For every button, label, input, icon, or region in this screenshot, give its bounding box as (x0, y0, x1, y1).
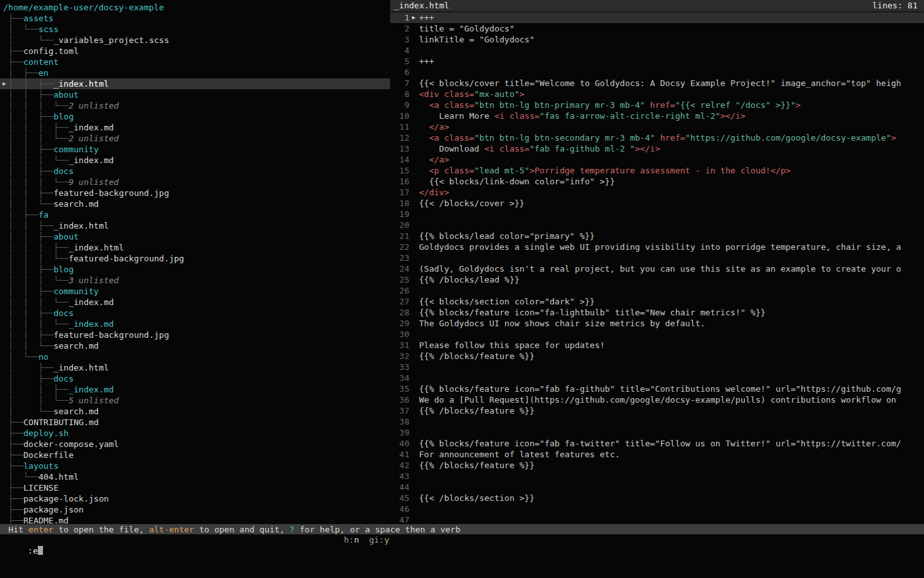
line-marker (409, 241, 419, 252)
line-marker (409, 504, 419, 514)
code-line: 47 (390, 514, 924, 524)
tree-row[interactable]: │ │ │ └──9 unlisted (0, 177, 390, 188)
tree-row[interactable]: │ │ ├──_index.md (0, 384, 390, 395)
file-name: search.md (53, 341, 98, 351)
code-line: 32{{% /blocks/feature %}} (390, 351, 924, 362)
tree-row[interactable]: │ └──_variables_project.scss (0, 35, 390, 46)
tree-row[interactable]: │ │ ├──docs (0, 166, 390, 177)
tree-row[interactable]: ├──package-lock.json (0, 493, 390, 504)
tree-row[interactable]: ├──layouts (0, 460, 390, 471)
tree-row[interactable]: │ │ │ ├──_index.html (0, 242, 390, 253)
tree-row[interactable]: │ └──404.html (0, 471, 390, 482)
code-text: title = "Goldydocs" (419, 23, 924, 34)
code-text (419, 482, 924, 493)
code-text: <div class="mx-auto"> (419, 89, 924, 100)
file-name: featured-background.jpg (69, 254, 184, 263)
tree-row[interactable]: ├──README.md (0, 515, 390, 524)
line-number: 6 (390, 67, 409, 78)
tree-row[interactable]: ├──deploy.sh (0, 428, 390, 439)
tree-row[interactable]: │ │ ├──featured-background.jpg (0, 329, 390, 340)
line-number: 32 (390, 351, 409, 362)
code-line: 15 <p class="lead mt-5">Porridge tempera… (390, 165, 924, 176)
tree-row[interactable]: │ │ │ └──_index.md (0, 297, 390, 308)
tree-row[interactable]: │ │ ├──about (0, 89, 390, 100)
line-number: 20 (390, 220, 409, 231)
line-marker (409, 482, 419, 493)
tree-row[interactable]: │ └──no (0, 351, 390, 362)
tree-row[interactable]: │ │ ├──docs (0, 308, 390, 319)
line-number: 13 (390, 143, 409, 154)
line-marker (409, 307, 419, 318)
dir-name: en (38, 68, 49, 78)
tree-row[interactable]: │ │ ├──blog (0, 111, 390, 122)
line-number: 19 (390, 209, 409, 220)
code-text: {{< /blocks/section >}} (419, 493, 924, 504)
line-marker (409, 110, 419, 121)
tree-branch-lines: │ │ │ └── (8, 276, 69, 285)
tree-branch-lines: │ └── (8, 35, 53, 45)
line-number: 29 (390, 318, 409, 329)
tree-row[interactable]: │ │ │ └──featured-background.jpg (0, 253, 390, 264)
tree-branch-lines: │ └── (8, 24, 38, 34)
tree-branch-lines: │ │ │ └── (8, 319, 69, 329)
tree-branch-lines: │ │ │ ├── (8, 123, 69, 132)
tree-row[interactable]: │ │ │ ├──_index.md (0, 122, 390, 133)
tree-row[interactable]: ▶│ │ ├──_index.html (0, 78, 390, 89)
tree-row[interactable]: ├──CONTRIBUTING.md (0, 417, 390, 428)
file-name: search.md (53, 199, 98, 209)
tree-row[interactable]: ├──LICENSE (0, 482, 390, 493)
dir-name: blog (53, 265, 73, 274)
code-text: linkTitle = "Goldydocs" (419, 34, 924, 45)
tree-branch-lines: │ │ ├── (8, 221, 53, 231)
tree-row[interactable]: │ │ ├──about (0, 231, 390, 242)
tree-row[interactable]: ├──Dockerfile (0, 450, 390, 460)
tree-row[interactable]: │ │ │ └──_index.md (0, 319, 390, 329)
tree-branch-lines: ├── (8, 13, 23, 23)
code-line: 41For announcement of latest features et… (390, 449, 924, 460)
tree-row[interactable]: │ │ ├──community (0, 144, 390, 155)
tree-row[interactable]: │ │ ├──community (0, 286, 390, 297)
tree-branch-lines: │ ├── (8, 68, 38, 78)
tree-row[interactable]: │ ├──fa (0, 209, 390, 220)
code-text: <p class="lead mt-5">Porridge temperatur… (419, 165, 924, 176)
code-text (419, 209, 924, 220)
tree-row[interactable]: │ │ ├──featured-background.jpg (0, 188, 390, 198)
tree-row[interactable]: │ └──scss (0, 24, 390, 35)
tree-row[interactable]: ├──package.json (0, 504, 390, 515)
tree-row[interactable]: │ ├──en (0, 67, 390, 78)
tree-row[interactable]: ├──content (0, 57, 390, 67)
code-line: 9 <a class="btn btn-lg btn-primary mr-3 … (390, 100, 924, 110)
tree-row[interactable]: │ │ │ └──_index.md (0, 155, 390, 166)
tree-row[interactable]: │ │ │ └──3 unlisted (0, 275, 390, 286)
tree-row[interactable]: ├──assets (0, 13, 390, 24)
tree-row[interactable]: │ │ ├──blog (0, 264, 390, 275)
tree-row[interactable]: │ │ └──search.md (0, 198, 390, 209)
tree-branch-lines: ├── (8, 417, 23, 427)
tree-row[interactable]: │ └──search.md (0, 406, 390, 417)
tree-row[interactable]: │ │ └──5 unlisted (0, 395, 390, 406)
tree-row[interactable]: ├──docker-compose.yaml (0, 439, 390, 450)
line-marker (409, 198, 419, 209)
tree-row[interactable]: ├──config.toml (0, 46, 390, 57)
code-text: {{% blocks/lead color="primary" %}} (419, 231, 924, 241)
line-number: 43 (390, 471, 409, 482)
line-marker (409, 132, 419, 143)
tree-row[interactable]: │ │ └──search.md (0, 340, 390, 351)
line-number: 39 (390, 427, 409, 438)
file-name: _index.md (69, 297, 114, 307)
line-number: 1 (390, 12, 409, 23)
tree-row[interactable]: │ │ ├──_index.html (0, 220, 390, 231)
command-input[interactable]: :e (28, 546, 43, 556)
code-line: 1▶+++ (390, 12, 924, 23)
tree-row[interactable]: │ ├──docs (0, 373, 390, 384)
tree-branch-lines: ├── (8, 46, 23, 56)
code-text: +++ (419, 12, 924, 23)
line-marker (409, 372, 419, 383)
line-marker (409, 329, 419, 340)
tree-branch-lines: │ │ ├── (8, 112, 53, 121)
line-marker (409, 274, 419, 285)
tree-row[interactable]: │ │ │ └──2 unlisted (0, 100, 390, 111)
tree-row[interactable]: │ ├──_index.html (0, 362, 390, 373)
dir-name: scss (38, 24, 58, 34)
tree-row[interactable]: │ │ │ └──2 unlisted (0, 133, 390, 144)
